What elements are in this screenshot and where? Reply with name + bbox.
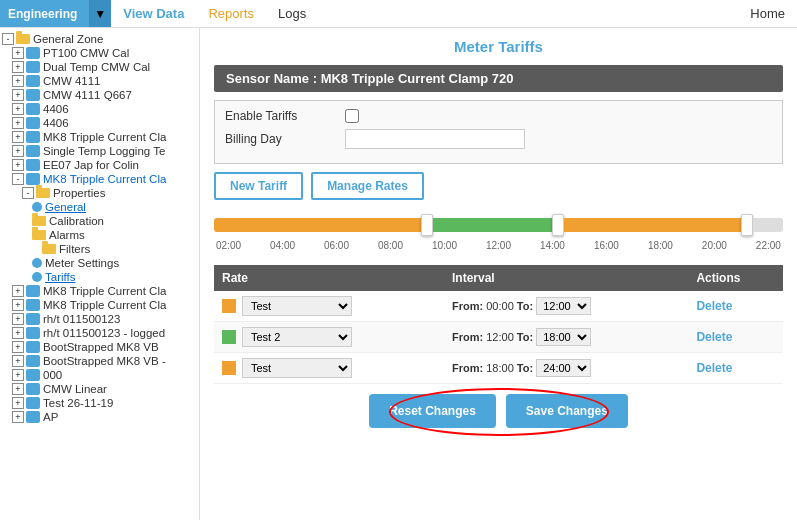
reset-changes-button[interactable]: Reset Changes [369,394,496,428]
plus-icon[interactable]: + [12,383,24,395]
sidebar-item-label: rh/t 011500123 - logged [43,327,165,339]
timeline-thumb-3[interactable] [741,214,753,236]
circle-icon [32,202,42,212]
sidebar-item-label: CMW 4111 Q667 [43,89,132,101]
bottom-buttons: Reset Changes Save Changes [214,394,783,428]
plus-icon[interactable]: + [12,75,24,87]
interval-to-select[interactable]: 18:00 [536,328,591,346]
sidebar-item-label: Properties [53,187,105,199]
expand-icon[interactable]: - [2,33,14,45]
plus-icon[interactable]: + [12,341,24,353]
sidebar-item-bootstrap1[interactable]: + BootStrapped MK8 VB [0,340,199,354]
sidebar-item-4406a[interactable]: + 4406 [0,102,199,116]
plus-icon[interactable]: + [12,117,24,129]
device-icon [26,397,40,409]
sidebar-item-dual-temp[interactable]: + Dual Temp CMW Cal [0,60,199,74]
plus-icon[interactable]: + [12,145,24,157]
plus-icon[interactable]: + [12,397,24,409]
sidebar-item-properties[interactable]: - Properties [0,186,199,200]
plus-icon[interactable]: + [12,47,24,59]
sidebar-item-cmw-linear[interactable]: + CMW Linear [0,382,199,396]
sidebar-item-general[interactable]: General [0,200,199,214]
delete-button[interactable]: Delete [696,361,732,375]
device-icon [26,145,40,157]
sidebar-item-label: General Zone [33,33,103,45]
plus-icon[interactable]: + [12,61,24,73]
enable-tariffs-checkbox[interactable] [345,109,359,123]
rate-select[interactable]: Test [242,358,352,378]
sidebar-item-mk8-active[interactable]: - MK8 Tripple Current Cla [0,172,199,186]
manage-rates-button[interactable]: Manage Rates [311,172,424,200]
sidebar-item-mk8a[interactable]: + MK8 Tripple Current Cla [0,130,199,144]
sidebar-item-cmw4111[interactable]: + CMW 4111 [0,74,199,88]
plus-icon[interactable]: + [12,103,24,115]
interval-to-select[interactable]: 24:00 [536,359,591,377]
interval-to-select[interactable]: 12:00 [536,297,591,315]
sidebar-item-rht2[interactable]: + rh/t 011500123 - logged [0,326,199,340]
sidebar-item-4406b[interactable]: + 4406 [0,116,199,130]
timeline-labels: 02:00 04:00 06:00 08:00 10:00 12:00 14:0… [214,240,783,251]
sidebar-item-mk8c[interactable]: + MK8 Tripple Current Cla [0,298,199,312]
plus-icon[interactable]: + [12,285,24,297]
sidebar-item-single-temp[interactable]: + Single Temp Logging Te [0,144,199,158]
device-icon [26,327,40,339]
sidebar-item-label: General [45,201,86,213]
timeline-thumb-1[interactable] [421,214,433,236]
sidebar-item-label: rh/t 011500123 [43,313,120,325]
sidebar-item-alarms[interactable]: Alarms [0,228,199,242]
sidebar-item-label: AP [43,411,58,423]
sidebar-item-ee07[interactable]: + EE07 Jap for Colin [0,158,199,172]
sidebar-item-000[interactable]: + 000 [0,368,199,382]
rate-select[interactable]: Test [242,296,352,316]
sidebar-item-general-zone[interactable]: - General Zone [0,32,199,46]
plus-icon[interactable]: + [12,159,24,171]
device-icon [26,383,40,395]
device-icon [26,89,40,101]
plus-icon[interactable]: + [12,131,24,143]
engineering-dropdown[interactable]: Engineering [0,0,89,27]
new-tariff-button[interactable]: New Tariff [214,172,303,200]
nav-logs[interactable]: Logs [266,0,318,27]
rate-color-box [222,330,236,344]
sidebar-item-cmw4111q667[interactable]: + CMW 4111 Q667 [0,88,199,102]
sidebar-item-meter-settings[interactable]: Meter Settings [0,256,199,270]
rate-color-box [222,299,236,313]
save-changes-button[interactable]: Save Changes [506,394,628,428]
plus-icon[interactable]: + [12,369,24,381]
sidebar-item-mk8b[interactable]: + MK8 Tripple Current Cla [0,284,199,298]
nav-home[interactable]: Home [738,6,797,21]
plus-icon[interactable]: + [12,327,24,339]
nav-reports[interactable]: Reports [196,0,266,27]
sidebar-item-test26[interactable]: + Test 26-11-19 [0,396,199,410]
delete-button[interactable]: Delete [696,299,732,313]
rate-select[interactable]: Test 2 [242,327,352,347]
sidebar-item-ap[interactable]: + AP [0,410,199,424]
sidebar-item-rht1[interactable]: + rh/t 011500123 [0,312,199,326]
plus-icon[interactable]: + [12,355,24,367]
timeline-thumb-2[interactable] [552,214,564,236]
plus-icon[interactable]: + [12,313,24,325]
billing-day-input[interactable] [345,129,525,149]
sidebar-item-filters[interactable]: Filters [0,242,199,256]
expand-icon[interactable]: - [22,187,34,199]
sidebar-item-tariffs[interactable]: Tariffs [0,270,199,284]
plus-icon[interactable]: + [12,89,24,101]
sidebar-item-bootstrap2[interactable]: + BootStrapped MK8 VB - [0,354,199,368]
timeline-bar [214,214,783,236]
sidebar-item-pt100[interactable]: + PT100 CMW Cal [0,46,199,60]
interval-text: From: 12:00 To: 18:00 [452,331,591,343]
nav-view-data[interactable]: View Data [111,0,196,27]
billing-day-row: Billing Day [225,129,772,149]
table-row: Test From: 18:00 To: 24:00 Delete [214,353,783,384]
engineering-arrow[interactable]: ▼ [89,0,111,27]
folder-icon [16,34,30,44]
plus-icon[interactable]: + [12,411,24,423]
sidebar-item-label: Filters [59,243,90,255]
expand-icon[interactable]: - [12,173,24,185]
enable-tariffs-label: Enable Tariffs [225,109,345,123]
enable-tariffs-row: Enable Tariffs [225,109,772,123]
plus-icon[interactable]: + [12,299,24,311]
sidebar-item-calibration[interactable]: Calibration [0,214,199,228]
delete-button[interactable]: Delete [696,330,732,344]
device-icon [26,299,40,311]
